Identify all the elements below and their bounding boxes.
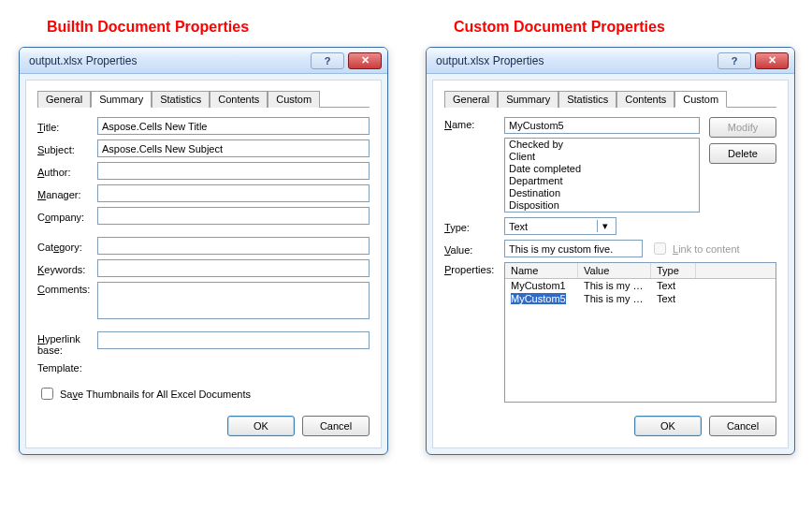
tab-general[interactable]: General — [444, 91, 498, 108]
tab-statistics[interactable]: Statistics — [558, 91, 616, 108]
manager-label: Manager: — [37, 187, 97, 200]
table-row[interactable]: MyCustom5 This is my c... Text — [505, 292, 776, 305]
tab-general[interactable]: General — [37, 91, 91, 108]
name-label: Name: — [444, 117, 504, 130]
tabs-left: General Summary Statistics Contents Cust… — [37, 90, 370, 108]
ok-button[interactable]: OK — [634, 416, 702, 436]
properties-label: Properties: — [444, 262, 504, 275]
col-name: Name — [505, 263, 578, 278]
template-label: Template: — [37, 360, 97, 374]
name-field[interactable] — [504, 117, 700, 134]
table-row[interactable]: MyCustom1 This is my c... Text — [505, 279, 776, 292]
header-left: BuiltIn Document Properties — [47, 19, 388, 36]
dialog-custom: output.xlsx Properties ? ✕ General Summa… — [426, 47, 795, 455]
properties-grid[interactable]: Name Value Type MyCustom1 This is my c..… — [504, 262, 776, 403]
company-field[interactable] — [97, 207, 370, 225]
save-thumbnails-checkbox[interactable] — [41, 388, 53, 400]
dialog-title-r: output.xlsx Properties — [432, 54, 718, 67]
cancel-button[interactable]: Cancel — [302, 416, 370, 436]
subject-label: Subject: — [37, 142, 97, 155]
tab-custom[interactable]: Custom — [268, 91, 320, 108]
help-icon[interactable]: ? — [718, 52, 751, 69]
chevron-down-icon: ▾ — [597, 220, 612, 232]
col-value: Value — [578, 263, 651, 278]
tab-contents[interactable]: Contents — [210, 91, 268, 108]
save-thumbnails-label: Save Thumbnails for All Excel Documents — [60, 389, 251, 400]
titlebar-right: output.xlsx Properties ? ✕ — [427, 48, 794, 74]
titlebar-left: output.xlsx Properties ? ✕ — [20, 48, 387, 74]
modify-button[interactable]: Modify — [709, 117, 776, 138]
author-label: Author: — [37, 165, 97, 178]
tab-summary[interactable]: Summary — [498, 91, 558, 108]
col-type: Type — [651, 263, 696, 278]
type-label: Type: — [444, 220, 504, 233]
comments-field[interactable] — [97, 282, 370, 319]
header-right: Custom Document Properties — [454, 19, 795, 36]
company-label: Company: — [37, 210, 97, 223]
tab-custom[interactable]: Custom — [674, 91, 727, 108]
delete-button[interactable]: Delete — [709, 143, 776, 164]
tab-statistics[interactable]: Statistics — [152, 91, 210, 108]
dialog-title: output.xlsx Properties — [25, 54, 311, 67]
close-icon[interactable]: ✕ — [755, 52, 789, 69]
dialog-builtin: output.xlsx Properties ? ✕ General Summa… — [19, 47, 388, 455]
manager-field[interactable] — [97, 184, 370, 202]
list-item[interactable]: Disposition — [505, 199, 699, 212]
value-label: Value: — [444, 242, 504, 256]
author-field[interactable] — [97, 162, 370, 180]
ok-button[interactable]: OK — [227, 416, 295, 436]
list-item[interactable]: Client — [505, 151, 699, 163]
link-content-checkbox — [654, 242, 666, 255]
category-field[interactable] — [97, 237, 370, 255]
close-icon[interactable]: ✕ — [348, 52, 382, 69]
subject-field[interactable] — [97, 139, 370, 157]
cancel-button[interactable]: Cancel — [709, 416, 776, 436]
keywords-field[interactable] — [97, 259, 370, 277]
value-field[interactable] — [504, 240, 643, 257]
list-item[interactable]: Department — [505, 175, 699, 187]
tab-summary[interactable]: Summary — [91, 91, 152, 108]
comments-label: Comments: — [37, 282, 97, 295]
list-item[interactable]: Destination — [505, 187, 699, 199]
type-value: Text — [509, 221, 528, 232]
link-content-label: Link to content — [673, 243, 740, 255]
hyperlink-field[interactable] — [97, 331, 370, 349]
list-item[interactable]: Checked by — [505, 139, 699, 151]
keywords-label: Keywords: — [37, 262, 97, 275]
title-label: Title: — [37, 120, 97, 133]
hyperlink-label: Hyperlinkbase: — [37, 331, 97, 356]
category-label: Category: — [37, 240, 97, 253]
list-item[interactable]: Date completed — [505, 163, 699, 175]
tabs-right: General Summary Statistics Contents Cust… — [444, 90, 776, 108]
type-combo[interactable]: Text ▾ — [504, 217, 616, 235]
tab-contents[interactable]: Contents — [616, 91, 674, 108]
name-options-list[interactable]: Checked by Client Date completed Departm… — [504, 138, 700, 213]
help-icon[interactable]: ? — [311, 52, 344, 69]
title-field[interactable] — [97, 117, 370, 135]
